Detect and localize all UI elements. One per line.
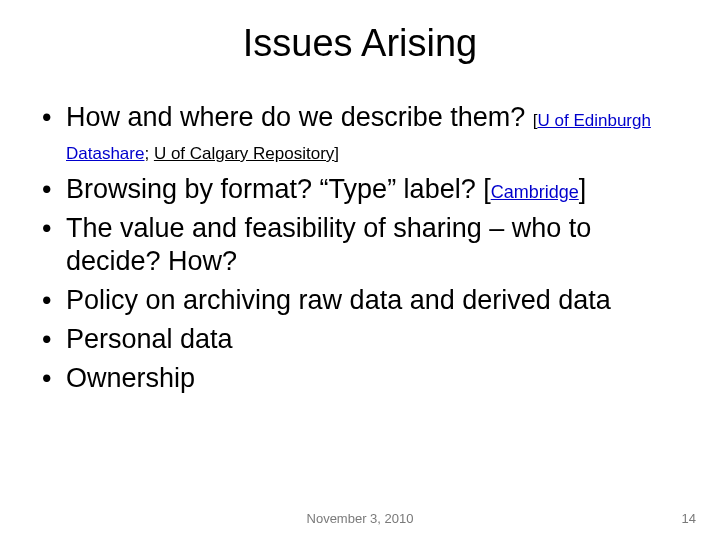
link-cambridge[interactable]: Cambridge (491, 182, 579, 202)
bullet-item-4: Policy on archiving raw data and derived… (40, 284, 680, 317)
bullet-item-6: Ownership (40, 362, 680, 395)
bullet-item-5: Personal data (40, 323, 680, 356)
bullet-1-ref-sep: ; (144, 144, 153, 163)
bullet-item-1: How and where do we describe them? [U of… (40, 101, 680, 167)
slide-title: Issues Arising (0, 0, 720, 65)
footer-page-number: 14 (682, 511, 696, 526)
bullet-2-pre: Browsing by format? “Type” label? [ (66, 174, 491, 204)
slide: Issues Arising How and where do we descr… (0, 0, 720, 540)
bullet-1-text: How and where do we describe them? (66, 102, 533, 132)
bullet-item-3: The value and feasibility of sharing – w… (40, 212, 680, 278)
bullet-1-ref-close: ] (334, 144, 339, 163)
bullet-list: How and where do we describe them? [U of… (40, 101, 680, 395)
bullet-item-2: Browsing by format? “Type” label? [Cambr… (40, 173, 680, 206)
footer-date: November 3, 2010 (0, 511, 720, 526)
bullet-2-post: ] (579, 174, 587, 204)
link-calgary-repository: U of Calgary Repository (154, 144, 334, 163)
